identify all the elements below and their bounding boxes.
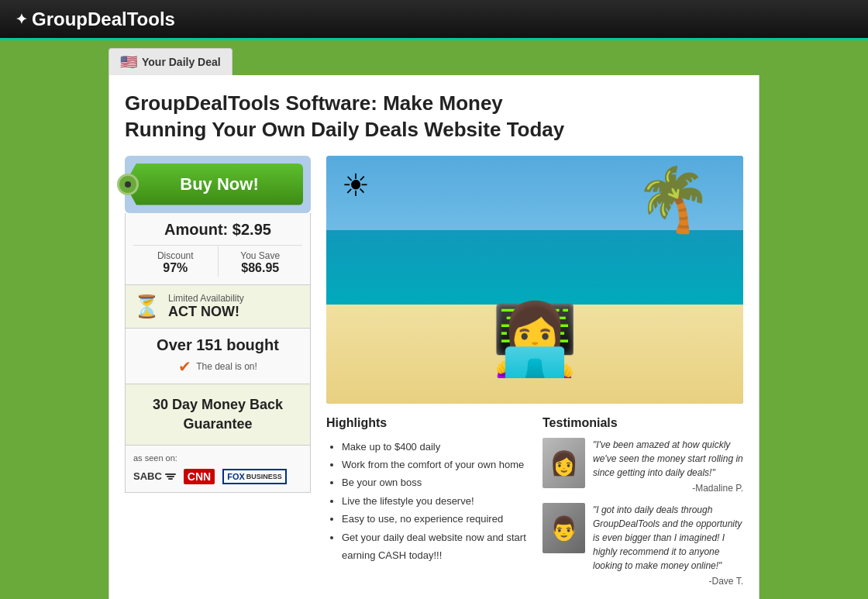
- flag-icon: 🇺🇸: [120, 53, 137, 71]
- highlight-item: Get your daily deal website now and star…: [342, 528, 527, 565]
- seen-on-logos: SABC CNN FOX BUSINESS: [133, 469, 302, 484]
- save-value: $86.95: [222, 261, 300, 275]
- tab-label: Your Daily Deal: [142, 56, 221, 68]
- star-icon: ✦: [16, 11, 27, 28]
- cnn-logo: CNN: [184, 469, 215, 484]
- testimonial-1: 👩 "I've been amazed at how quickly we've…: [542, 438, 743, 494]
- hero-image: 🌴 👩‍💻 ☀: [326, 156, 743, 404]
- hourglass-icon: ⏳: [133, 294, 160, 319]
- limited-availability-box: ⏳ Limited Availability ACT NOW!: [125, 285, 311, 329]
- discount-cell: Discount 97%: [133, 246, 219, 277]
- tab-bar: 🇺🇸 Your Daily Deal: [0, 40, 868, 75]
- highlight-item: Easy to use, no experience required: [342, 510, 527, 528]
- amount-label: Amount:: [164, 221, 228, 238]
- header: ✦ GroupDealTools: [0, 0, 868, 40]
- beach-water: [326, 230, 743, 305]
- page-title: GroupDealTools Software: Make Money Runn…: [125, 91, 574, 143]
- logo: ✦ GroupDealTools: [16, 9, 175, 30]
- person-laptop-icon: 👩‍💻: [491, 299, 578, 380]
- content-layout: Buy Now! Amount: $2.95 Discount 97% You …: [125, 156, 743, 596]
- fox-sub-text: BUSINESS: [246, 473, 282, 480]
- highlights-title: Highlights: [326, 416, 527, 430]
- daily-deal-tab[interactable]: 🇺🇸 Your Daily Deal: [108, 48, 232, 75]
- logo-text: GroupDealTools: [32, 9, 175, 30]
- bought-title: Over 151 bought: [133, 336, 302, 354]
- testimonial-2-author: -Dave T.: [593, 576, 743, 587]
- testimonial-1-quote: "I've been amazed at how quickly we've s…: [593, 438, 743, 480]
- discount-value: 97%: [136, 261, 215, 275]
- check-icon: ✔: [178, 357, 191, 376]
- sabc-logo: SABC: [133, 470, 176, 482]
- testimonial-2-content: "I got into daily deals through GroupDea…: [593, 503, 743, 587]
- testimonials-section: Testimonials 👩 "I've been amazed at how …: [542, 416, 743, 596]
- buy-now-container: Buy Now!: [125, 156, 311, 213]
- lower-content: Highlights Make up to $400 daily Work fr…: [326, 416, 743, 596]
- testimonials-title: Testimonials: [542, 416, 743, 430]
- highlight-item: Work from the comfort of your own home: [342, 456, 527, 473]
- main-content: GroupDealTools Software: Make Money Runn…: [108, 75, 760, 599]
- guarantee-box: 30 Day Money Back Guarantee: [125, 384, 311, 446]
- sun-icon: ☀: [342, 167, 370, 203]
- bought-sub: ✔ The deal is on!: [133, 357, 302, 376]
- bought-sub-label: The deal is on!: [196, 361, 257, 372]
- limited-label: Limited Availability: [168, 293, 302, 304]
- palm-tree-icon: 🌴: [635, 164, 712, 236]
- highlight-item: Make up to $400 daily: [342, 438, 527, 456]
- save-label: You Save: [240, 250, 280, 261]
- fox-logo: FOX BUSINESS: [222, 469, 287, 484]
- highlights-list: Make up to $400 daily Work from the comf…: [326, 438, 527, 565]
- buy-now-button[interactable]: Buy Now!: [125, 164, 303, 205]
- testimonial-1-author: -Madaline P.: [593, 483, 743, 494]
- left-panel: Buy Now! Amount: $2.95 Discount 97% You …: [125, 156, 311, 596]
- highlights-section: Highlights Make up to $400 daily Work fr…: [326, 416, 527, 596]
- discount-row: Discount 97% You Save $86.95: [133, 245, 302, 277]
- seen-on-label: as seen on:: [133, 453, 302, 463]
- testimonial-2: 👨 "I got into daily deals through GroupD…: [542, 503, 743, 587]
- amount-display: Amount: $2.95: [133, 221, 302, 239]
- testimonial-1-content: "I've been amazed at how quickly we've s…: [593, 438, 743, 494]
- tag-circle: [117, 174, 139, 195]
- sabc-text: SABC: [133, 470, 162, 482]
- save-cell: You Save $86.95: [219, 246, 303, 277]
- limited-text: Limited Availability ACT NOW!: [168, 293, 302, 320]
- highlight-item: Be your own boss: [342, 473, 527, 491]
- fox-text: FOX: [227, 472, 245, 481]
- discount-label: Discount: [157, 250, 194, 261]
- amount-box: Amount: $2.95 Discount 97% You Save $86.…: [125, 213, 311, 285]
- right-content: 🌴 👩‍💻 ☀ Highlights Make up to $400 daily…: [326, 156, 743, 596]
- seen-on-box: as seen on: SABC CNN FOX BUSINESS: [125, 446, 311, 493]
- amount-value: $2.95: [232, 221, 271, 238]
- limited-cta: ACT NOW!: [168, 304, 302, 320]
- bought-box: Over 151 bought ✔ The deal is on!: [125, 329, 311, 384]
- guarantee-text: 30 Day Money Back Guarantee: [133, 395, 302, 434]
- testimonial-2-quote: "I got into daily deals through GroupDea…: [593, 503, 743, 573]
- testimonial-photo-1: 👩: [542, 438, 585, 488]
- highlight-item: Live the lifestyle you deserve!: [342, 492, 527, 510]
- testimonial-photo-2: 👨: [542, 503, 585, 553]
